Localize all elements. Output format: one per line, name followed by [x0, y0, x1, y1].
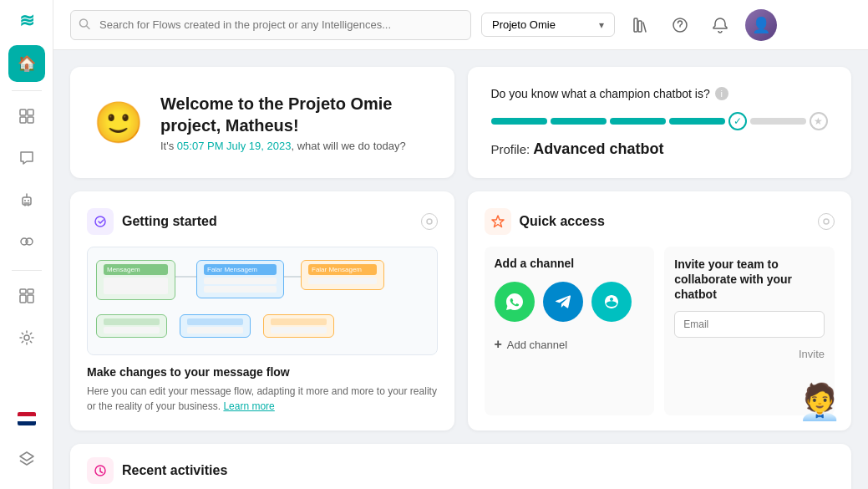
progress-segment-3 [610, 118, 666, 125]
welcome-subtitle-text: , what will we do today? [291, 140, 405, 152]
svg-rect-0 [20, 110, 26, 115]
library-button[interactable] [625, 10, 655, 40]
sidebar-item-settings[interactable] [8, 321, 45, 358]
svg-rect-3 [28, 117, 33, 123]
flow-preview-inner: Mensagem Falar Mensagem Falar Mensagem [88, 247, 437, 354]
info-icon[interactable]: i [715, 87, 728, 100]
svg-rect-1 [28, 110, 33, 115]
sidebar-item-table[interactable] [8, 99, 45, 136]
flow-node-4 [96, 314, 167, 338]
welcome-title: Welcome to the Projeto Omie project, Mat… [160, 93, 431, 136]
sidebar-divider-2 [12, 270, 42, 271]
search-input[interactable] [70, 10, 471, 40]
progress-check-icon: ✓ [728, 112, 747, 130]
home-icon: 🏠 [18, 54, 36, 73]
invite-section: Invite your team to collaborate with you… [664, 247, 835, 415]
invite-button[interactable]: Invite [674, 348, 825, 360]
welcome-card: 🙂 Welcome to the Projeto Omie project, M… [70, 67, 454, 178]
quick-access-card: Quick access Add a channel [468, 191, 852, 430]
chatbot-profile-label: Profile: Advanced chatbot [491, 140, 829, 158]
welcome-emoji: 🙂 [94, 99, 144, 146]
flow-node-2: Falar Mensagem [196, 260, 284, 298]
help-button[interactable] [665, 10, 695, 40]
svg-rect-16 [638, 21, 642, 32]
avatar[interactable]: 👤 [745, 9, 777, 41]
welcome-time: 05:07 PM July 19, 2023 [177, 140, 292, 152]
recent-activities-title: Recent activities [122, 463, 227, 478]
getting-started-icon [87, 208, 114, 235]
flow-node-1: Mensagem [96, 260, 175, 300]
svg-rect-11 [20, 295, 26, 303]
sidebar-item-flag[interactable] [8, 400, 45, 437]
chatbot-profile-card: Do you know what a champion chatbot is? … [468, 67, 852, 178]
getting-started-desc-title: Make changes to your message flow [87, 365, 438, 379]
svg-point-8 [26, 238, 33, 245]
project-name: Projeto Omie [492, 18, 556, 31]
add-channel-section: Add a channel [485, 247, 655, 415]
progress-segment-5 [750, 118, 806, 125]
sidebar-item-bubble[interactable] [8, 225, 45, 262]
project-selector[interactable]: Projeto Omie ▾ [481, 13, 615, 37]
sidebar-item-bot[interactable] [8, 183, 45, 220]
progress-segment-1 [491, 118, 547, 125]
svg-rect-2 [20, 117, 26, 123]
getting-started-desc-text: Here you can edit your message flow, ada… [87, 384, 438, 414]
learn-more-link[interactable]: Learn more [223, 400, 274, 412]
add-channel-label: Add channel [507, 339, 567, 351]
flag-icon [18, 412, 36, 425]
chevron-down-icon: ▾ [599, 19, 604, 31]
recent-activities-strip: Recent activities [70, 444, 851, 489]
chatbot-card-header: Do you know what a champion chatbot is? … [491, 87, 829, 100]
sidebar-item-home[interactable]: 🏠 [8, 45, 45, 82]
quick-access-icon [485, 208, 511, 235]
bottom-section: Getting started Mensagem Falar [70, 191, 851, 430]
quick-access-collapse[interactable] [818, 213, 835, 230]
progress-bar-row: ✓ ★ [491, 112, 829, 130]
quick-access-header: Quick access [485, 208, 835, 235]
add-channel-button[interactable]: + Add channel [495, 334, 645, 355]
progress-star-icon: ★ [810, 112, 828, 130]
layers-icon [19, 451, 34, 471]
main-area: Projeto Omie ▾ 👤 🙂 Welcome to the Projet… [53, 0, 868, 489]
sidebar-item-layers[interactable] [8, 442, 45, 479]
chatbot-profile-value: Advanced chatbot [533, 140, 663, 157]
add-channel-title: Add a channel [495, 257, 645, 270]
telegram-channel-icon[interactable] [543, 282, 583, 322]
topbar: Projeto Omie ▾ 👤 [53, 0, 868, 50]
channel-icons-row [495, 282, 645, 322]
getting-started-desc: Make changes to your message flow Here y… [87, 365, 438, 414]
invite-title: Invite your team to collaborate with you… [674, 257, 825, 303]
grid-icon [19, 288, 34, 308]
blip-channel-icon[interactable] [591, 282, 632, 322]
svg-point-13 [24, 335, 29, 340]
svg-point-5 [24, 200, 26, 201]
app-logo: ≋ [19, 10, 33, 32]
content-area: 🙂 Welcome to the Projeto Omie project, M… [53, 50, 868, 489]
getting-started-title: Getting started [87, 208, 217, 235]
topbar-icons: 👤 [625, 9, 777, 41]
settings-icon [19, 330, 34, 349]
flow-node-6 [263, 314, 334, 338]
svg-rect-12 [28, 295, 33, 303]
getting-started-collapse[interactable] [421, 213, 438, 230]
whatsapp-channel-icon[interactable] [495, 282, 535, 322]
sidebar-item-grid[interactable] [8, 279, 45, 316]
flow-preview: Mensagem Falar Mensagem Falar Mensagem [87, 247, 438, 355]
recent-activities-icon [87, 457, 114, 484]
chat-icon [19, 150, 34, 170]
flow-node-3: Falar Mensagem [301, 260, 384, 290]
svg-point-18 [95, 216, 105, 227]
flow-node-5 [180, 314, 251, 338]
progress-segment-2 [551, 118, 607, 125]
invite-email-input[interactable] [674, 311, 825, 338]
sidebar-item-chat[interactable] [8, 141, 45, 178]
svg-point-19 [427, 219, 432, 224]
getting-started-card: Getting started Mensagem Falar [70, 191, 454, 430]
quick-access-title: Quick access [485, 208, 605, 235]
table-icon [19, 109, 34, 128]
sidebar-divider-1 [12, 90, 42, 91]
quick-access-label: Quick access [520, 214, 605, 229]
notification-button[interactable] [705, 10, 735, 40]
character-illustration: 🧑‍💼 [798, 381, 841, 422]
chatbot-header-text: Do you know what a champion chatbot is? [491, 87, 710, 100]
